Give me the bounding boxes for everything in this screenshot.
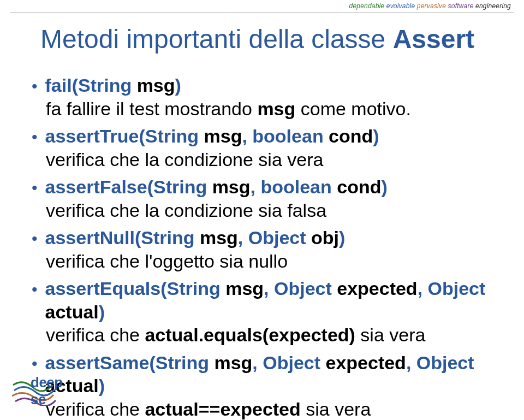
divider <box>10 12 514 13</box>
list-item: •fail(String msg)fa fallire il test most… <box>32 74 502 120</box>
bullet-icon: • <box>32 354 38 373</box>
method-description: verifica che la condizione sia vera <box>46 148 502 171</box>
title-bold: Assert <box>393 25 474 54</box>
tagline: dependable evolvable pervasive software … <box>349 2 511 10</box>
method-description: verifica che actual==expected sia vera <box>46 398 502 421</box>
list-item: •assertEquals(String msg, Object expecte… <box>32 277 502 347</box>
logo: deep se <box>12 377 76 408</box>
method-signature: assertTrue(String msg, boolean cond) <box>45 125 379 148</box>
method-signature: assertFalse(String msg, boolean cond) <box>45 175 388 199</box>
tagline-word: software <box>448 2 474 10</box>
method-description: verifica che l'oggetto sia nullo <box>46 250 502 273</box>
bullet-list: •fail(String msg)fa fallire il test most… <box>32 74 502 420</box>
tagline-word: engineering <box>475 2 511 10</box>
list-item: •assertNull(String msg, Object obj)verif… <box>32 226 502 273</box>
bullet-icon: • <box>32 128 38 146</box>
logo-text: deep se <box>31 374 76 408</box>
bullet-icon: • <box>32 280 38 299</box>
title-pre: Metodi importanti della classe <box>40 25 393 54</box>
bullet-row: •assertSame(String msg, Object expected,… <box>32 351 502 398</box>
tagline-word: evolvable <box>386 2 415 10</box>
bullet-icon: • <box>32 179 38 197</box>
method-signature: assertNull(String msg, Object obj) <box>45 226 346 250</box>
slide-title: Metodi importanti della classe Assert <box>40 24 474 54</box>
bullet-row: •assertFalse(String msg, boolean cond) <box>32 175 502 199</box>
list-item: •assertFalse(String msg, boolean cond)ve… <box>32 175 502 222</box>
method-signature: fail(String msg) <box>45 74 181 97</box>
method-signature: assertEquals(String msg, Object expected… <box>45 277 502 323</box>
tagline-word: pervasive <box>417 2 446 10</box>
bullet-row: •assertNull(String msg, Object obj) <box>32 226 502 250</box>
method-description: verifica che actual.equals(expected) sia… <box>46 323 502 347</box>
bullet-row: •assertEquals(String msg, Object expecte… <box>32 277 502 323</box>
bullet-row: •fail(String msg) <box>32 74 502 97</box>
bullet-icon: • <box>32 229 38 248</box>
list-item: •assertSame(String msg, Object expected,… <box>32 351 502 421</box>
method-description: verifica che la condizione sia falsa <box>46 199 502 222</box>
method-signature: assertSame(String msg, Object expected, … <box>45 351 502 398</box>
list-item: •assertTrue(String msg, boolean cond)ver… <box>32 125 502 171</box>
tagline-word: dependable <box>349 2 385 10</box>
bullet-row: •assertTrue(String msg, boolean cond) <box>32 125 502 148</box>
bullet-icon: • <box>32 77 38 96</box>
method-description: fa fallire il test mostrando msg come mo… <box>46 97 502 121</box>
